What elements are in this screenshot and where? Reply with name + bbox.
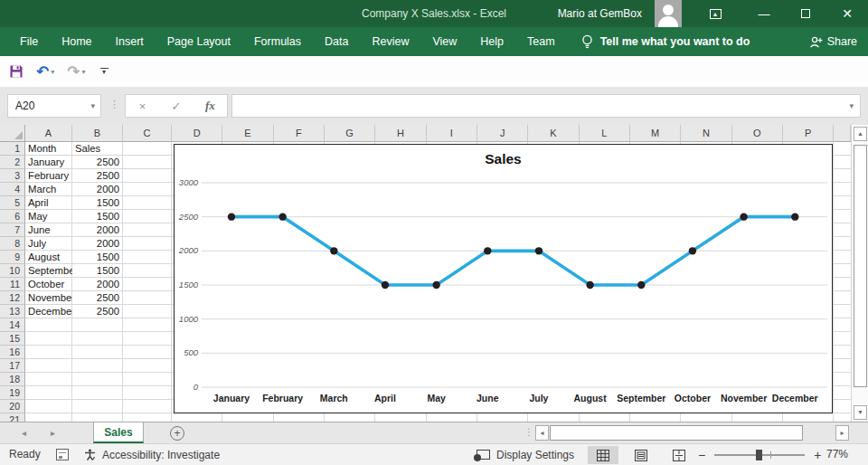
column-header-P[interactable]: P [783, 125, 834, 142]
row-header-11[interactable]: 11 [0, 278, 25, 291]
close-button[interactable]: ✕ [826, 0, 868, 27]
vertical-scroll-thumb[interactable] [854, 145, 867, 387]
grid-cell[interactable]: October [25, 278, 72, 291]
grid-cell[interactable]: 2500 [72, 156, 123, 169]
zoom-out-button[interactable]: − [698, 448, 705, 462]
chart-data-point[interactable] [535, 247, 542, 254]
column-header-C[interactable]: C [123, 125, 172, 142]
scrollbar-resize-handle[interactable]: ⋮ [524, 427, 533, 437]
column-header-F[interactable]: F [274, 125, 325, 142]
chart-data-point[interactable] [228, 213, 235, 220]
zoom-level[interactable]: 77% [826, 444, 848, 465]
row-header-5[interactable]: 5 [0, 196, 25, 210]
row-header-2[interactable]: 2 [0, 156, 25, 169]
grid-cell[interactable]: 1500 [72, 251, 123, 264]
row-header-17[interactable]: 17 [0, 359, 25, 373]
chart-data-point[interactable] [484, 247, 491, 254]
chart-data-point[interactable] [791, 213, 798, 220]
column-header-O[interactable]: O [732, 125, 783, 142]
grid-cell[interactable]: 2000 [72, 237, 123, 251]
undo-button[interactable]: ↶ [36, 62, 49, 81]
ribbon-tab-data[interactable]: Data [313, 27, 360, 56]
cancel-button[interactable]: × [126, 100, 159, 113]
row-header-3[interactable]: 3 [0, 169, 25, 183]
sales-chart[interactable]: Sales 050010001500200025003000JanuaryFeb… [174, 144, 833, 413]
zoom-slider[interactable] [714, 454, 805, 456]
grid-cell[interactable]: December [25, 305, 72, 318]
display-settings-button[interactable]: Display Settings [476, 444, 574, 465]
chart-data-point[interactable] [740, 213, 747, 220]
share-button[interactable]: Share [809, 27, 857, 56]
grid-cell[interactable]: 2500 [72, 291, 123, 305]
grid-cell[interactable]: September [25, 264, 72, 278]
enter-button[interactable]: ✓ [159, 100, 193, 113]
minimize-button[interactable]: — [743, 0, 785, 27]
row-header-16[interactable]: 16 [0, 346, 25, 359]
scroll-up-button[interactable]: ▲ [854, 127, 867, 141]
grid-cell[interactable]: July [25, 237, 72, 251]
grid-cell[interactable]: January [25, 156, 72, 169]
grid-cell[interactable]: April [25, 196, 72, 210]
row-header-1[interactable]: 1 [0, 142, 25, 156]
grid-cell[interactable]: November [25, 291, 72, 305]
ribbon-tab-page-layout[interactable]: Page Layout [156, 27, 242, 56]
grid-cell[interactable]: 1500 [72, 196, 123, 210]
column-header-L[interactable]: L [580, 125, 630, 142]
ribbon-tab-formulas[interactable]: Formulas [242, 27, 313, 56]
column-header-M[interactable]: M [630, 125, 681, 142]
vertical-scrollbar[interactable]: ▲ ▼ [851, 125, 868, 422]
chart-data-point[interactable] [637, 281, 645, 289]
column-header-D[interactable]: D [172, 125, 222, 142]
grid-cell[interactable]: August [25, 251, 72, 264]
row-header-20[interactable]: 20 [0, 400, 25, 413]
ribbon-display-options-button[interactable]: ▲ [702, 0, 729, 27]
zoom-in-button[interactable]: + [814, 448, 821, 462]
row-header-8[interactable]: 8 [0, 237, 25, 251]
chart-data-point[interactable] [330, 247, 337, 254]
insert-function-button[interactable]: fx [193, 99, 227, 113]
column-header-N[interactable]: N [681, 125, 731, 142]
column-header-B[interactable]: B [72, 125, 123, 142]
ribbon-tab-insert[interactable]: Insert [104, 27, 156, 56]
scroll-left-button[interactable]: ◂ [535, 425, 549, 441]
chart-data-point[interactable] [689, 247, 696, 254]
row-header-15[interactable]: 15 [0, 332, 25, 346]
new-sheet-button[interactable]: + [170, 426, 184, 441]
ribbon-tab-help[interactable]: Help [468, 27, 515, 56]
redo-button[interactable]: ↷ [67, 62, 80, 81]
formula-input[interactable]: ▾ [231, 94, 861, 118]
sheet-nav-left-icon[interactable]: ◂ [22, 422, 26, 444]
sheet-nav-right-icon[interactable]: ▸ [51, 422, 55, 444]
zoom-slider-thumb[interactable] [756, 450, 762, 460]
chart-data-point[interactable] [382, 281, 389, 289]
column-header-I[interactable]: I [427, 125, 477, 142]
scroll-right-button[interactable]: ▸ [835, 425, 849, 441]
row-header-21[interactable]: 21 [0, 413, 25, 422]
grid-cell[interactable]: 1500 [72, 210, 123, 223]
column-header-H[interactable]: H [375, 125, 426, 142]
accessibility-status[interactable]: Accessibility: Investigate [83, 444, 220, 465]
column-header-K[interactable]: K [528, 125, 579, 142]
save-button[interactable] [9, 64, 24, 79]
column-header-G[interactable]: G [325, 125, 375, 142]
grid-cell[interactable]: 2000 [72, 183, 123, 196]
column-header-A[interactable]: A [25, 125, 72, 142]
ribbon-tab-review[interactable]: Review [360, 27, 420, 56]
customize-qat-button[interactable]: ▾ [100, 68, 108, 75]
grid-cell[interactable]: March [25, 183, 72, 196]
ribbon-tab-team[interactable]: Team [515, 27, 567, 56]
column-header-partial[interactable] [834, 125, 851, 142]
undo-dropdown[interactable]: ▾ [51, 68, 54, 76]
redo-dropdown[interactable]: ▾ [82, 68, 86, 76]
sheet-tab-sales[interactable]: Sales [93, 422, 144, 443]
macro-record-icon[interactable] [56, 449, 69, 460]
grid-cell[interactable]: February [25, 169, 72, 183]
grid-cell[interactable]: 2500 [72, 169, 123, 183]
maximize-button[interactable] [785, 0, 826, 27]
grid-cell[interactable]: Sales [72, 142, 123, 156]
row-header-12[interactable]: 12 [0, 291, 25, 305]
chart-data-point[interactable] [586, 281, 593, 289]
grid-cell[interactable]: 2500 [72, 305, 123, 318]
tell-me-box[interactable]: Tell me what you want to do [581, 34, 750, 50]
chart-data-point[interactable] [432, 281, 439, 289]
